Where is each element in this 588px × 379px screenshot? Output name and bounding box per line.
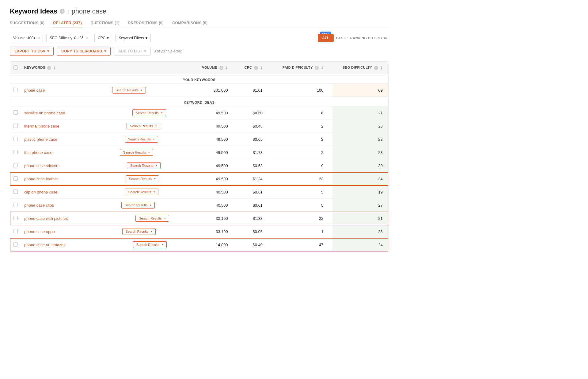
- serp-button[interactable]: Search Results ▾: [135, 215, 169, 222]
- volume-sort[interactable]: ▲▼: [226, 66, 228, 70]
- seo-difficulty-cell: 28: [332, 146, 388, 159]
- serp-button[interactable]: Search Results ▾: [121, 202, 155, 209]
- chevron-down-icon: ▾: [144, 49, 146, 53]
- serp-button[interactable]: Search Results ▾: [127, 123, 160, 129]
- table-row: thin phone caseSearch Results ▾49,500$1.…: [10, 146, 388, 159]
- keyword-link[interactable]: phone case: [24, 88, 45, 93]
- cpc-cell: $1.78: [237, 146, 272, 159]
- cpc-cell: $1.01: [237, 84, 272, 97]
- keywords-info-icon[interactable]: i: [47, 66, 51, 70]
- row-checkbox[interactable]: [13, 137, 18, 141]
- volume-cell: 49,500: [193, 133, 237, 146]
- filter-volume[interactable]: Volume 100+ ×: [10, 34, 43, 42]
- row-checkbox[interactable]: [13, 242, 18, 247]
- page-title: Keyword Ideas i : phone case: [10, 7, 389, 15]
- volume-cell: 40,500: [193, 199, 237, 212]
- volume-info-icon[interactable]: i: [219, 66, 223, 70]
- row-checkbox[interactable]: [13, 110, 18, 115]
- table-header: KEYWORDS i ▲▼ VOLUME i ▲▼ CPC i ▲▼: [10, 62, 388, 74]
- tab-related[interactable]: RELATED (237): [53, 18, 82, 28]
- col-seo-difficulty: SEO DIFFICULTY i ▲▼: [332, 62, 388, 74]
- keyword-link[interactable]: phone case clips: [24, 203, 54, 208]
- cpc-cell: $0.65: [237, 133, 272, 146]
- tab-comparisons[interactable]: COMPARISONS (0): [172, 18, 207, 28]
- keyword-link[interactable]: thermal phone case: [24, 124, 59, 128]
- info-icon[interactable]: i: [60, 9, 65, 14]
- keyword-link[interactable]: phone case oppo: [24, 229, 55, 234]
- keyword-link[interactable]: phone case stickers: [24, 163, 59, 168]
- keyword-link[interactable]: phone case leather: [24, 177, 58, 181]
- keywords-sort[interactable]: ▲▼: [54, 66, 56, 70]
- seo-difficulty-cell: 19: [332, 186, 388, 199]
- col-paid-difficulty: PAID DIFFICULTY i ▲▼: [272, 62, 332, 74]
- serp-button[interactable]: Search Results ▾: [112, 87, 146, 94]
- paid-difficulty-cell: 9: [272, 159, 332, 172]
- row-checkbox[interactable]: [13, 176, 18, 181]
- seo-difficulty-cell: 69: [332, 84, 388, 97]
- keyword-link[interactable]: thin phone case: [24, 150, 52, 155]
- volume-cell: 49,500: [193, 172, 237, 186]
- add-to-list-button[interactable]: ADD TO LIST ▾: [114, 47, 151, 56]
- volume-cell: 14,800: [193, 238, 237, 251]
- row-checkbox[interactable]: [13, 203, 18, 207]
- serp-button[interactable]: Search Results ▾: [133, 241, 167, 248]
- serp-button[interactable]: Search Results ▾: [125, 136, 158, 143]
- all-button[interactable]: ALL: [318, 34, 333, 42]
- table-row: phone case stickersSearch Results ▾49,50…: [10, 159, 388, 172]
- filter-seo-difficulty[interactable]: SEO Difficulty 0 - 35 ×: [46, 34, 91, 42]
- serp-button[interactable]: Search Results ▾: [126, 175, 159, 182]
- tab-suggestions[interactable]: SUGGESTIONS (6): [10, 18, 45, 28]
- col-checkbox[interactable]: [10, 62, 21, 74]
- seo-difficulty-cell: 21: [332, 106, 388, 120]
- seo-diff-sort[interactable]: ▲▼: [381, 66, 383, 70]
- paid-diff-sort[interactable]: ▲▼: [321, 66, 323, 70]
- row-checkbox[interactable]: [13, 229, 18, 233]
- serp-button[interactable]: Search Results ▾: [132, 109, 166, 116]
- keyword-link[interactable]: stickers on phone case: [24, 111, 65, 115]
- col-cpc: CPC i ▲▼: [237, 62, 272, 74]
- serp-button[interactable]: Search Results ▾: [125, 189, 158, 195]
- table-row: clip on phone caseSearch Results ▾40,500…: [10, 186, 388, 199]
- section-header-keyword-ideas: KEYWORD IDEAS: [10, 97, 388, 106]
- row-checkbox[interactable]: [13, 88, 18, 92]
- cpc-info-icon[interactable]: i: [254, 66, 258, 70]
- filters-row: Volume 100+ × SEO Difficulty 0 - 35 × CP…: [10, 34, 389, 42]
- paid-difficulty-cell: 23: [272, 172, 332, 186]
- serp-button[interactable]: Search Results ▾: [122, 228, 156, 235]
- tab-questions[interactable]: QUESTIONS (1): [90, 18, 119, 28]
- table-row: phone case clipsSearch Results ▾40,500$0…: [10, 199, 388, 212]
- row-checkbox[interactable]: [13, 216, 18, 220]
- row-checkbox[interactable]: [13, 163, 18, 167]
- keyword-link[interactable]: phone case on amazon: [24, 243, 66, 247]
- table-row: stickers on phone caseSearch Results ▾49…: [10, 106, 388, 120]
- table-row: phone case leatherSearch Results ▾49,500…: [10, 172, 388, 186]
- paid-diff-info-icon[interactable]: i: [315, 66, 319, 70]
- remove-volume-filter[interactable]: ×: [37, 36, 40, 40]
- paid-difficulty-cell: 2: [272, 120, 332, 133]
- volume-cell: 49,500: [193, 120, 237, 133]
- serp-button[interactable]: Search Results ▾: [127, 162, 161, 169]
- filter-keyword-filters[interactable]: Keyword Filters ▾: [115, 34, 151, 42]
- keyword-link[interactable]: phone case with pictures: [24, 216, 68, 221]
- row-checkbox[interactable]: [13, 190, 18, 194]
- cpc-cell: $0.53: [237, 159, 272, 172]
- copy-clipboard-button[interactable]: COPY TO CLIPBOARD ▾: [57, 47, 111, 56]
- volume-cell: 49,500: [193, 106, 237, 120]
- seo-diff-info-icon[interactable]: i: [374, 66, 378, 70]
- keyword-link[interactable]: plastic phone case: [24, 137, 57, 142]
- cpc-sort[interactable]: ▲▼: [260, 66, 263, 70]
- select-all-checkbox[interactable]: [13, 65, 18, 70]
- row-checkbox[interactable]: [13, 124, 18, 128]
- export-csv-button[interactable]: EXPORT TO CSV ▾: [10, 47, 54, 56]
- seo-difficulty-cell: 34: [332, 172, 388, 186]
- filter-cpc[interactable]: CPC ▾: [94, 34, 112, 42]
- all-button-wrap: BETA ALL: [318, 34, 333, 42]
- row-checkbox[interactable]: [13, 150, 18, 154]
- tab-prepositions[interactable]: PREPOSITIONS (0): [128, 18, 164, 28]
- seo-difficulty-cell: 23: [332, 225, 388, 238]
- cpc-cell: $1.24: [237, 172, 272, 186]
- remove-seo-filter[interactable]: ×: [85, 36, 88, 40]
- keyword-link[interactable]: clip on phone case: [24, 190, 57, 194]
- serp-button[interactable]: Search Results ▾: [120, 149, 154, 156]
- paid-difficulty-cell: 6: [272, 106, 332, 120]
